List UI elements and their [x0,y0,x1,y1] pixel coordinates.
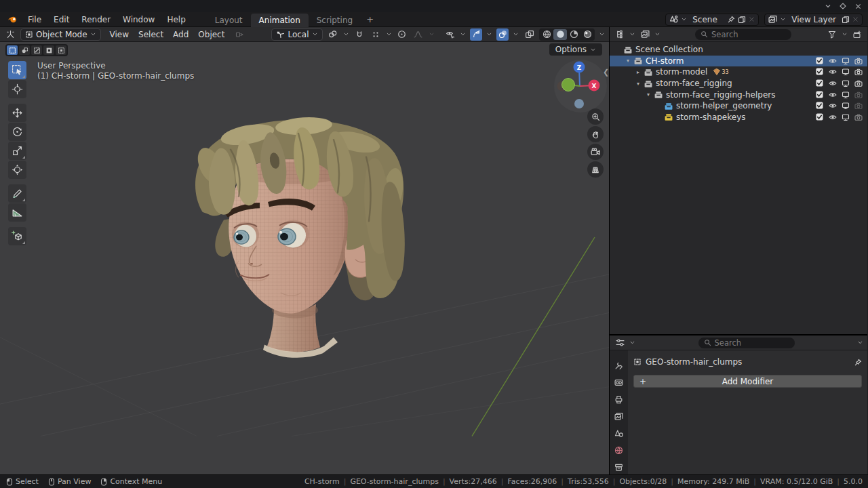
outliner-row[interactable]: ▾storm-face_rigging-helpers [610,89,867,100]
outliner-item-label[interactable]: CH-storm [643,56,684,66]
editor-type-properties-icon[interactable] [614,337,626,349]
viewport-menu-select[interactable]: Select [134,30,168,39]
copy-icon[interactable] [842,16,850,24]
display-mode-icon[interactable] [639,28,651,41]
tool-cursor[interactable] [8,80,26,98]
properties-tab-collection[interactable] [611,460,627,474]
minimize-icon[interactable] [821,1,835,12]
tool-tweak-select[interactable] [8,61,26,79]
maximize-icon[interactable] [835,1,850,12]
hide-viewport-icon[interactable] [827,79,837,87]
add-workspace-button[interactable]: + [361,14,379,24]
disable-render-icon[interactable] [853,68,863,76]
tool-measure[interactable] [8,203,26,222]
checkbox-icon[interactable] [814,79,825,87]
select-mode-extend[interactable] [19,45,30,55]
menubar-menu-edit[interactable]: Edit [47,13,75,26]
outliner-item-label[interactable]: Scene Collection [633,45,703,54]
checkbox-icon[interactable] [814,102,825,110]
sidebar-collapse-arrow[interactable]: ❮ [603,68,609,77]
viewport-3d[interactable]: User Perspective (1) CH-storm | GEO-stor… [0,42,609,474]
disable-viewport-icon[interactable] [840,79,850,87]
transform-orientation-dropdown[interactable]: Local [271,28,322,41]
outliner-item-label[interactable]: storm-shapekeys [673,113,746,122]
viewport-menu-object[interactable]: Object [193,30,229,39]
mode-transfer-icon[interactable] [233,28,245,41]
new-collection-icon[interactable] [851,28,863,41]
view-layer-name[interactable]: View Layer [789,15,839,24]
chevron-down-icon[interactable]: ▾ [644,92,652,98]
zoom-button[interactable] [587,108,604,125]
hide-viewport-icon[interactable] [827,68,837,76]
properties-tab-output[interactable] [611,392,627,407]
chevron-right-icon[interactable]: ▸ [634,69,642,75]
tool-scale[interactable] [8,142,26,160]
disable-render-icon[interactable] [853,91,863,99]
tool-rotate[interactable] [8,123,26,141]
properties-tab-view-layer[interactable] [611,409,627,424]
disable-render-icon[interactable] [853,79,863,87]
properties-tab-render[interactable] [611,375,627,390]
outliner-search-input[interactable] [711,30,786,39]
properties-search-input[interactable] [715,338,789,348]
properties-tab-world[interactable] [611,443,627,458]
outliner-item-label[interactable]: storm-face_rigging-helpers [663,90,776,100]
disable-viewport-icon[interactable] [840,91,850,99]
checkbox-icon[interactable] [814,91,825,99]
tool-move[interactable] [8,104,26,122]
snap-target-icon[interactable] [370,28,382,41]
disable-render-icon[interactable] [853,102,863,110]
disable-viewport-icon[interactable] [840,102,850,110]
workspace-tab-animation[interactable]: Animation [251,14,309,27]
scene-name[interactable]: Scene [690,15,725,24]
view-layer-selector[interactable]: View Layer [764,14,863,26]
properties-tab-scene[interactable] [611,426,627,441]
outliner-row[interactable]: Scene Collection [610,44,867,56]
select-mode-invert[interactable] [43,45,54,55]
menubar-menu-window[interactable]: Window [117,13,161,26]
checkbox-icon[interactable] [814,57,825,65]
shading-rendered-icon[interactable] [580,29,594,40]
properties-search[interactable] [698,338,795,348]
select-mode-subtract[interactable] [31,45,42,55]
gizmos-toggle-icon[interactable] [470,28,482,41]
filter-icon[interactable] [826,28,838,41]
hide-viewport-icon[interactable] [827,57,837,65]
menubar-menu-file[interactable]: File [22,13,47,26]
add-modifier-button[interactable]: + Add Modifier [633,375,862,388]
falloff-curve-icon[interactable] [412,28,425,41]
overlays-toggle-icon[interactable] [496,28,509,41]
disable-viewport-icon[interactable] [840,57,850,65]
editor-type-outliner-icon[interactable] [614,28,626,41]
shading-wireframe-icon[interactable] [540,29,553,40]
editor-type-3dview-icon[interactable] [4,28,16,41]
chevron-down-icon[interactable]: ▾ [624,58,632,64]
close-icon[interactable] [850,1,865,12]
proportional-edit-icon[interactable] [396,28,408,41]
options-button[interactable]: Options [549,43,602,56]
outliner-row[interactable]: storm-shapekeys [610,112,867,123]
outliner-search[interactable] [695,29,791,40]
outliner-row[interactable]: ▾storm-face_rigging [610,78,867,89]
pin-icon[interactable] [728,16,735,23]
workspace-tab-scripting[interactable]: Scripting [309,14,361,27]
shading-solid-icon[interactable] [553,29,567,40]
tool-add-cube[interactable] [8,227,26,245]
disable-render-icon[interactable] [853,57,863,65]
tool-annotate[interactable] [8,184,26,203]
outliner-row[interactable]: storm-helper_geometry [610,100,867,112]
mode-dropdown[interactable]: Object Mode [20,28,101,41]
copy-icon[interactable] [738,16,746,24]
shading-material-icon[interactable] [567,29,580,40]
disable-render-icon[interactable] [853,113,863,121]
ortho-toggle-button[interactable] [587,161,604,178]
outliner-row[interactable]: ▸storm-model33 [610,66,867,78]
checkbox-icon[interactable] [814,113,825,121]
select-mode-set[interactable] [7,45,18,55]
outliner-item-label[interactable]: storm-face_rigging [653,79,732,88]
pin-icon[interactable] [854,359,862,366]
viewport-menu-view[interactable]: View [105,30,134,39]
disable-viewport-icon[interactable] [840,68,850,76]
snap-magnet-icon[interactable] [353,28,366,41]
pivot-point-icon[interactable] [327,28,339,41]
